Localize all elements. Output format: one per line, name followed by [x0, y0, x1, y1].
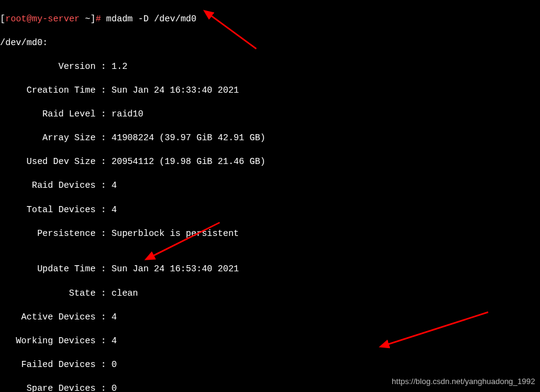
- prompt-host: my-server: [32, 14, 79, 24]
- info-active-devices: Active Devices : 4: [0, 312, 540, 324]
- terminal-output: [root@my-server ~]# mdadm -D /dev/md0 /d…: [0, 0, 540, 392]
- info-version: Version : 1.2: [0, 61, 540, 73]
- prompt-user: root: [5, 14, 27, 24]
- info-state: State : clean: [0, 288, 540, 300]
- prompt-path: ~: [80, 14, 90, 24]
- command-text: mdadm -D /dev/md0: [106, 14, 196, 24]
- info-persistence: Persistence : Superblock is persistent: [0, 228, 540, 240]
- prompt-at: @: [27, 14, 32, 24]
- info-used-dev-size: Used Dev Size : 20954112 (19.98 GiB 21.4…: [0, 156, 540, 168]
- bracket-open: [: [0, 14, 5, 24]
- prompt-line-1[interactable]: [root@my-server ~]# mdadm -D /dev/md0: [0, 13, 540, 26]
- prompt-hash: #: [96, 14, 106, 24]
- device-line: /dev/md0:: [0, 37, 540, 49]
- watermark-text: https://blog.csdn.net/yanghuadong_1992: [392, 376, 535, 387]
- info-array-size: Array Size : 41908224 (39.97 GiB 42.91 G…: [0, 132, 540, 144]
- info-failed-devices: Failed Devices : 0: [0, 359, 540, 371]
- info-raid-level: Raid Level : raid10: [0, 109, 540, 121]
- info-update-time: Update Time : Sun Jan 24 16:53:40 2021: [0, 263, 540, 276]
- info-total-devices: Total Devices : 4: [0, 204, 540, 216]
- bracket-close: ]: [90, 14, 96, 24]
- info-working-devices: Working Devices : 4: [0, 335, 540, 347]
- info-raid-devices: Raid Devices : 4: [0, 180, 540, 192]
- info-creation-time: Creation Time : Sun Jan 24 16:33:40 2021: [0, 85, 540, 97]
